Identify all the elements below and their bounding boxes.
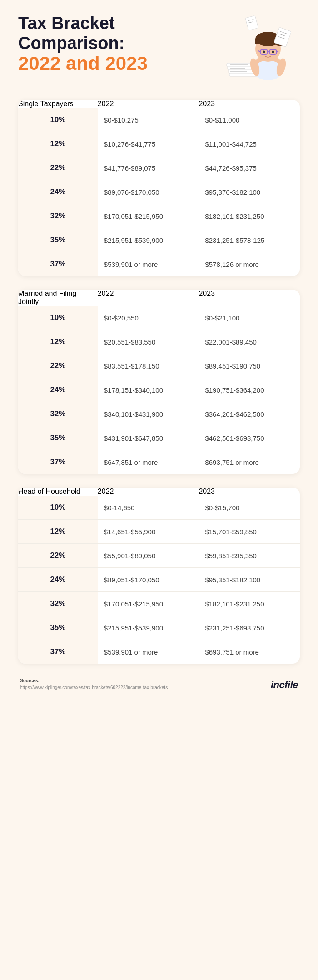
- table-row: $462,501-$693,750: [199, 426, 300, 450]
- table-row: 10%: [18, 496, 98, 520]
- table-row: $215,951-$539,900: [98, 228, 199, 252]
- table-row: $0-$15,700: [199, 496, 300, 520]
- page-wrapper: Tax Bracket Comparison: 2022 and 2023: [0, 0, 318, 709]
- table-row: $231,251-$693,750: [199, 616, 300, 640]
- table-row: $0-$10,275: [98, 108, 199, 132]
- table-row: $89,051-$170,050: [98, 568, 199, 592]
- table-row: $178,151-$340,100: [98, 378, 199, 402]
- table-row: $95,376-$182,100: [199, 180, 300, 204]
- table-row: 22%: [18, 354, 98, 378]
- table-row: 12%: [18, 330, 98, 354]
- title-block: Tax Bracket Comparison: 2022 and 2023: [18, 14, 148, 74]
- sources-block: Sources: https://www.kiplinger.com/taxes…: [20, 677, 168, 691]
- svg-rect-27: [245, 15, 258, 30]
- head-of-household-table: Head of Household 2022 2023 10%$0-14,650…: [18, 488, 300, 664]
- sources-label: Sources:: [20, 677, 168, 684]
- table-row: $10,276-$41,775: [98, 132, 199, 156]
- table-row: $539,901 or more: [98, 640, 199, 664]
- table-row: $215,951-$539,900: [98, 616, 199, 640]
- header-illustration: [218, 14, 300, 86]
- table-row: 32%: [18, 402, 98, 426]
- table-row: 24%: [18, 378, 98, 402]
- single-table-grid: Single Taxpayers 2022 2023 10%$0-$10,275…: [18, 100, 300, 276]
- table-row: $578,126 or more: [199, 252, 300, 276]
- svg-point-20: [272, 51, 274, 53]
- table-row: $340,101-$431,900: [98, 402, 199, 426]
- household-label-header: Head of Household: [18, 488, 98, 496]
- single-2023-header: 2023: [199, 100, 300, 108]
- married-filing-jointly-table: Married and Filing Jointly 2022 2023 10%…: [18, 290, 300, 474]
- married-label-header: Married and Filing Jointly: [18, 290, 98, 306]
- table-row: $20,551-$83,550: [98, 330, 199, 354]
- table-row: $0-14,650: [98, 496, 199, 520]
- table-row: $89,076-$170,050: [98, 180, 199, 204]
- table-row: $11,001-$44,725: [199, 132, 300, 156]
- married-2022-header: 2022: [98, 290, 199, 306]
- brand-logo: incfile: [271, 679, 298, 691]
- table-row: $95,351-$182,100: [199, 568, 300, 592]
- table-row: $647,851 or more: [98, 450, 199, 474]
- table-row: 35%: [18, 228, 98, 252]
- table-row: $44,726-$95,375: [199, 156, 300, 180]
- single-label-header: Single Taxpayers: [18, 100, 98, 108]
- single-2022-header: 2022: [98, 100, 199, 108]
- table-row: $182,101-$231,250: [199, 592, 300, 616]
- household-2022-header: 2022: [98, 488, 199, 496]
- table-row: 12%: [18, 520, 98, 544]
- table-row: $182,101-$231,250: [199, 204, 300, 228]
- married-2023-header: 2023: [199, 290, 300, 306]
- table-row: 32%: [18, 204, 98, 228]
- table-row: $0-$11,000: [199, 108, 300, 132]
- table-row: $0-$21,100: [199, 306, 300, 330]
- table-row: $170,051-$215,950: [98, 204, 199, 228]
- table-row: $22,001-$89,450: [199, 330, 300, 354]
- table-row: $190,751-$364,200: [199, 378, 300, 402]
- table-row: 35%: [18, 616, 98, 640]
- header-section: Tax Bracket Comparison: 2022 and 2023: [18, 14, 300, 86]
- page-title-years: 2022 and 2023: [18, 53, 148, 74]
- table-row: $59,851-$95,350: [199, 544, 300, 568]
- table-row: 24%: [18, 180, 98, 204]
- source-url: https://www.kiplinger.com/taxes/tax-brac…: [20, 684, 168, 691]
- table-row: 22%: [18, 156, 98, 180]
- household-table-grid: Head of Household 2022 2023 10%$0-14,650…: [18, 488, 300, 664]
- table-row: $89,451-$190,750: [199, 354, 300, 378]
- table-row: $0-$20,550: [98, 306, 199, 330]
- household-2023-header: 2023: [199, 488, 300, 496]
- table-row: $55,901-$89,050: [98, 544, 199, 568]
- single-taxpayers-table: Single Taxpayers 2022 2023 10%$0-$10,275…: [18, 100, 300, 276]
- table-row: $539,901 or more: [98, 252, 199, 276]
- married-table-grid: Married and Filing Jointly 2022 2023 10%…: [18, 290, 300, 474]
- table-row: 35%: [18, 426, 98, 450]
- table-row: $364,201-$462,500: [199, 402, 300, 426]
- svg-point-19: [263, 51, 265, 53]
- table-row: 12%: [18, 132, 98, 156]
- table-row: $15,701-$59,850: [199, 520, 300, 544]
- table-row: 10%: [18, 306, 98, 330]
- table-row: $170,051-$215,950: [98, 592, 199, 616]
- table-row: 10%: [18, 108, 98, 132]
- table-row: 37%: [18, 640, 98, 664]
- table-row: $14,651-$55,900: [98, 520, 199, 544]
- table-row: $231,251-$578-125: [199, 228, 300, 252]
- table-row: $41,776-$89,075: [98, 156, 199, 180]
- table-row: $693,751 or more: [199, 450, 300, 474]
- table-row: 32%: [18, 592, 98, 616]
- table-row: $83,551-$178,150: [98, 354, 199, 378]
- footer-section: Sources: https://www.kiplinger.com/taxes…: [18, 677, 300, 691]
- table-row: 24%: [18, 568, 98, 592]
- page-title-line1: Tax Bracket Comparison:: [18, 14, 148, 53]
- table-row: $693,751 or more: [199, 640, 300, 664]
- table-row: 22%: [18, 544, 98, 568]
- table-row: 37%: [18, 450, 98, 474]
- table-row: 37%: [18, 252, 98, 276]
- table-row: $431,901-$647,850: [98, 426, 199, 450]
